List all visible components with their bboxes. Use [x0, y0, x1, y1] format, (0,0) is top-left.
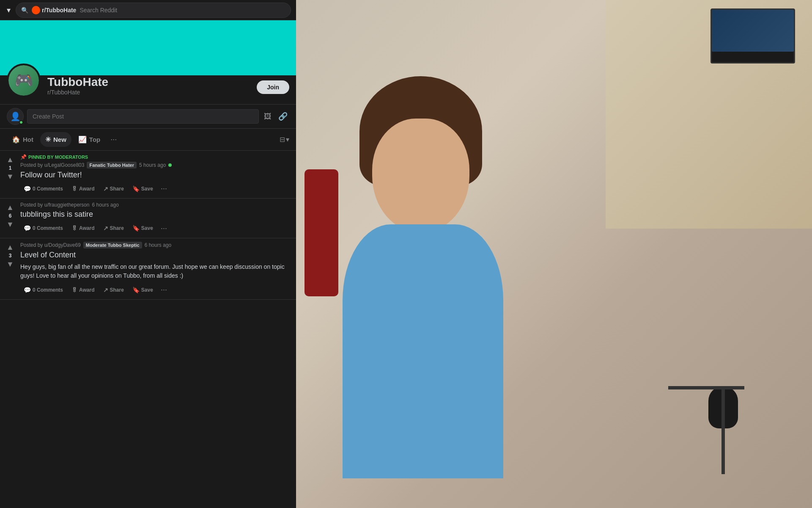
avatar-face-icon: 👤: [10, 111, 21, 121]
share-label: Share: [110, 287, 124, 293]
pinned-label: PINNED BY MODERATORS: [28, 155, 88, 160]
post-flair[interactable]: Fanatic Tubbo Hater: [87, 162, 137, 168]
search-icon: 🔍: [21, 7, 28, 14]
hot-icon: 🏠: [12, 135, 20, 144]
post-actions: 💬 0 Comments 🎖 Award ↗ Share 🔖 Save: [20, 284, 289, 296]
posts-container: ▲ 1 ▼ 📌 PINNED BY MODERATORS Posted by u…: [0, 151, 296, 508]
post-time: 6 hours ago: [145, 242, 171, 248]
save-label: Save: [141, 186, 153, 192]
share-button[interactable]: ↗ Share: [100, 222, 127, 234]
post-content: Posted by u/frauggietheperson 6 hours ag…: [20, 202, 289, 234]
upvote-button[interactable]: ▲: [6, 243, 14, 251]
vote-column: ▲ 1 ▼: [3, 154, 17, 195]
create-post-input[interactable]: [27, 109, 259, 124]
vote-count: 3: [9, 253, 12, 259]
post-meta-author: Posted by u/DodgyDave69 Moderate Tubbo S…: [20, 242, 289, 248]
post-title[interactable]: tubblings this is satire: [20, 210, 289, 219]
comments-button[interactable]: 💬 0 Comments: [20, 183, 66, 195]
sort-hot-button[interactable]: 🏠 Hot: [7, 132, 38, 147]
top-icon: 📈: [78, 135, 87, 144]
subreddit-info: TubboHate r/TubboHate: [47, 75, 250, 97]
comments-count: 0 Comments: [33, 225, 63, 231]
nav-dropdown-button[interactable]: ▾: [5, 4, 12, 17]
subreddit-title: TubboHate: [47, 75, 250, 89]
table-row: ▲ 1 ▼ 📌 PINNED BY MODERATORS Posted by u…: [0, 151, 296, 199]
monitor-screen: [712, 10, 794, 52]
create-post-icons: 🖼 🔗: [262, 110, 289, 123]
post-more-button[interactable]: ···: [158, 182, 170, 195]
save-icon: 🔖: [132, 287, 140, 293]
upvote-button[interactable]: ▲: [6, 156, 14, 163]
shirt: [343, 224, 503, 478]
user-avatar: 👤: [7, 108, 24, 125]
sort-more-button[interactable]: ···: [107, 133, 120, 146]
award-label: Award: [79, 287, 94, 293]
post-body: Hey guys, big fan of all the new traffic…: [20, 262, 289, 280]
award-button[interactable]: 🎖 Award: [68, 183, 98, 195]
sort-top-button[interactable]: 📈 Top: [73, 132, 105, 147]
comment-icon: 💬: [24, 287, 31, 293]
comments-count: 0 Comments: [33, 287, 63, 293]
join-button[interactable]: Join: [257, 80, 289, 94]
avatar-image: 🎮: [8, 65, 39, 96]
subreddit-slug: r/TubboHate: [47, 89, 250, 96]
save-label: Save: [141, 287, 153, 293]
post-title[interactable]: Follow our Twitter!: [20, 170, 289, 180]
online-indicator: [19, 120, 23, 124]
stream-panel: [296, 0, 812, 508]
microphone-stand: [721, 389, 725, 474]
post-content: 📌 PINNED BY MODERATORS Posted by u/Legal…: [20, 154, 289, 195]
face: [372, 119, 469, 233]
sort-new-button[interactable]: ✳ New: [40, 132, 71, 147]
vote-column: ▲ 3 ▼: [3, 242, 17, 296]
pinned-badge: 📌 PINNED BY MODERATORS: [20, 154, 88, 160]
share-icon: ↗: [103, 225, 108, 232]
comments-button[interactable]: 💬 0 Comments: [20, 284, 66, 296]
award-icon: 🎖: [71, 225, 77, 232]
subreddit-name-nav: r/TubboHate: [42, 7, 76, 14]
top-nav: ▾ 🔍 r/TubboHate Search Reddit: [0, 0, 296, 20]
monitor: [710, 8, 795, 64]
post-title[interactable]: Level of Content: [20, 250, 289, 260]
share-button[interactable]: ↗ Share: [100, 284, 127, 296]
award-label: Award: [79, 186, 94, 192]
award-label: Award: [79, 225, 94, 231]
sort-bar: 🏠 Hot ✳ New 📈 Top ··· ⊟ ▾: [0, 129, 296, 151]
search-placeholder: Search Reddit: [80, 7, 117, 14]
view-toggle-button[interactable]: ⊟ ▾: [280, 135, 289, 144]
save-button[interactable]: 🔖 Save: [129, 183, 156, 195]
new-icon: ✳: [45, 135, 51, 144]
hot-label: Hot: [23, 136, 33, 143]
vote-count: 6: [9, 213, 12, 219]
save-button[interactable]: 🔖 Save: [129, 284, 156, 296]
save-icon: 🔖: [132, 225, 140, 232]
save-button[interactable]: 🔖 Save: [129, 222, 156, 234]
save-label: Save: [141, 225, 153, 231]
award-button[interactable]: 🎖 Award: [68, 222, 98, 234]
post-actions: 💬 0 Comments 🎖 Award ↗ Share 🔖 Save: [20, 182, 289, 195]
image-upload-button[interactable]: 🖼: [262, 110, 273, 123]
award-icon: 🎖: [71, 185, 77, 192]
share-button[interactable]: ↗ Share: [100, 183, 127, 195]
comments-button[interactable]: 💬 0 Comments: [20, 222, 66, 234]
post-flair[interactable]: Moderate Tubbo Skeptic: [83, 242, 142, 248]
downvote-button[interactable]: ▼: [6, 173, 14, 180]
subreddit-badge: r/TubboHate: [32, 6, 76, 14]
post-more-button[interactable]: ···: [158, 222, 170, 235]
subreddit-icon: [32, 6, 40, 14]
share-icon: ↗: [103, 185, 108, 192]
upvote-button[interactable]: ▲: [6, 204, 14, 211]
pin-icon: 📌: [20, 154, 27, 160]
award-button[interactable]: 🎖 Award: [68, 284, 98, 296]
person-silhouette: [317, 64, 550, 508]
vote-column: ▲ 6 ▼: [3, 202, 17, 234]
downvote-button[interactable]: ▼: [6, 260, 14, 268]
downvote-button[interactable]: ▼: [6, 221, 14, 228]
link-button[interactable]: 🔗: [277, 110, 289, 123]
chevron-down-icon: ▾: [286, 135, 289, 144]
create-post-bar: 👤 🖼 🔗: [0, 104, 296, 129]
new-label: New: [53, 136, 66, 143]
post-time: 5 hours ago: [139, 162, 166, 168]
view-icon: ⊟: [280, 135, 285, 144]
post-more-button[interactable]: ···: [158, 284, 170, 296]
